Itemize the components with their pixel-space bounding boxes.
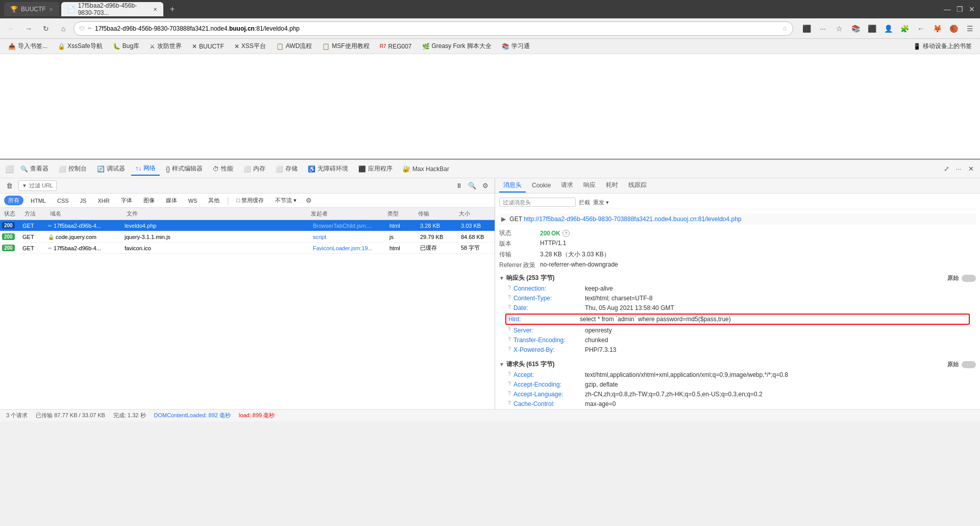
back-button[interactable]: ←: [4, 21, 18, 36]
clear-button[interactable]: 🗑: [4, 181, 14, 191]
table-row[interactable]: 200 GET ✏ 17f5baa2-d96b-4... favicon.ico…: [0, 243, 495, 254]
bookmark-xuexitong[interactable]: 📚 学习通: [498, 41, 534, 52]
bookmark-msf[interactable]: 📋 MSF使用教程: [318, 41, 373, 52]
filter-all[interactable]: 所有: [4, 196, 23, 205]
tab-close[interactable]: ✕: [49, 7, 53, 12]
table-row[interactable]: 200 GET ✏ 17f5baa2-d96b-4... leveldo4.ph…: [0, 220, 495, 231]
expand-button[interactable]: ⤢: [941, 164, 951, 174]
headers-filter-input[interactable]: [499, 198, 576, 207]
filter-font[interactable]: 字体: [117, 196, 136, 205]
help-icon[interactable]: ?: [505, 391, 513, 396]
filter-no-throttle[interactable]: 不节流 ▾: [271, 196, 301, 205]
more-tools[interactable]: ···: [953, 164, 964, 174]
tab-active[interactable]: 📄 17f5baa2-d96b-456b-9830-703... ✕: [61, 2, 163, 16]
help-icon[interactable]: ?: [505, 371, 513, 377]
dt-style[interactable]: {} 样式编辑器: [162, 162, 207, 175]
help-icon[interactable]: ?: [505, 400, 513, 406]
dt-console[interactable]: ⬜ 控制台: [55, 162, 91, 175]
header-name: Connection:: [513, 285, 585, 292]
tab-close-active[interactable]: ✕: [153, 7, 157, 12]
raw-toggle-switch[interactable]: [962, 275, 976, 282]
tab-stacktrace[interactable]: 线跟踪: [624, 179, 651, 193]
dt-inspector[interactable]: 🔍 查看器: [16, 162, 53, 175]
address-bar[interactable]: 🛡 ✏ 17f5baa2-d96b-456b-9830-703888fa3421…: [74, 21, 793, 36]
filter-other[interactable]: 其他: [204, 196, 224, 205]
help-icon[interactable]: ?: [505, 346, 513, 352]
new-tab-button[interactable]: +: [165, 2, 180, 16]
help-icon[interactable]: ?: [505, 285, 513, 291]
extensions-button[interactable]: ⬛: [800, 22, 813, 35]
bookmark-xss[interactable]: ✕ XSS平台: [230, 41, 270, 52]
inspect-button[interactable]: ⬜: [4, 164, 14, 174]
request-headers-title[interactable]: 请求头 (615 字节) 原始: [499, 358, 976, 371]
bookmark-xsssafe[interactable]: 🔒 XssSafe导航: [54, 41, 107, 52]
help-icon[interactable]: ?: [505, 327, 513, 332]
more-button[interactable]: ···: [817, 22, 829, 35]
tab-request[interactable]: 请求: [557, 179, 577, 193]
account-button[interactable]: 👤: [882, 22, 894, 35]
refresh-button[interactable]: ↻: [39, 21, 53, 36]
forward-button[interactable]: →: [21, 21, 36, 36]
url-filter[interactable]: ▼ 过滤 URL: [18, 180, 57, 191]
close-button[interactable]: ✕: [968, 5, 976, 13]
transferred-label: 已传输 87.77 KB / 33.07 KB: [36, 412, 105, 419]
extra-icon[interactable]: 🏀: [947, 22, 960, 35]
dt-perf[interactable]: ⏱ 性能: [209, 162, 237, 175]
intercept-button[interactable]: 拦截: [579, 199, 590, 206]
bookmark-awd[interactable]: 📋 AWD流程: [272, 41, 316, 52]
filter-ws[interactable]: WS: [184, 197, 202, 205]
bookmark-mobile[interactable]: 📱 移动设备上的书签: [909, 41, 976, 52]
settings-button[interactable]: ⚙: [480, 181, 491, 191]
sidebar-button[interactable]: 📚: [849, 22, 862, 35]
back-arrow[interactable]: ←: [915, 22, 927, 35]
filter-image[interactable]: 图像: [139, 196, 159, 205]
bookmark-greasy[interactable]: 🌿 Greasy Fork 脚本大全: [418, 41, 496, 52]
tab-response[interactable]: 响应: [579, 179, 600, 193]
home-button[interactable]: ⌂: [56, 21, 70, 36]
dt-hackbar[interactable]: 🔐 Max HackBar: [399, 163, 453, 175]
help-icon[interactable]: ?: [505, 295, 513, 300]
tab-cookie[interactable]: Cookie: [528, 180, 555, 192]
net-settings[interactable]: ⚙: [304, 196, 314, 206]
filter-css[interactable]: CSS: [53, 197, 73, 205]
resend-button[interactable]: 重发 ▾: [593, 199, 609, 206]
table-row[interactable]: 200 GET 🔒 code.jquery.com jquery-3.1.1.m…: [0, 231, 495, 243]
filter-xhr[interactable]: XHR: [93, 197, 113, 205]
filter-js[interactable]: JS: [76, 197, 91, 205]
tab-headers[interactable]: 消息头: [499, 179, 526, 193]
response-headers-title[interactable]: 响应头 (253 字节) 原始: [499, 272, 976, 284]
tab-timing[interactable]: 耗时: [602, 179, 622, 193]
help-icon[interactable]: ?: [505, 337, 513, 342]
filter-html[interactable]: HTML: [27, 197, 50, 205]
minimize-button[interactable]: —: [943, 5, 951, 13]
help-icon[interactable]: ?: [505, 304, 513, 310]
bookmark-import[interactable]: 📥 导入书签...: [4, 41, 52, 52]
filter-disable-cache[interactable]: □ 禁用缓存: [232, 196, 268, 205]
dt-application[interactable]: ⬛ 应用程序: [354, 162, 397, 175]
bookmark-bug[interactable]: 🐛 Bug库: [109, 41, 143, 52]
pause-button[interactable]: ⏸: [454, 181, 464, 191]
menu-button[interactable]: ☰: [964, 22, 976, 35]
maximize-button[interactable]: ❐: [955, 5, 964, 13]
help-icon[interactable]: ?: [505, 381, 513, 387]
tab-buuctf[interactable]: 🏆 BUUCTF ✕: [4, 2, 59, 16]
dt-storage[interactable]: ⬜ 存储: [272, 162, 302, 175]
bookmark-buuctf[interactable]: ✕ BUUCTF: [188, 42, 228, 51]
close-devtools[interactable]: ✕: [966, 164, 976, 174]
tabs-button[interactable]: ⬛: [866, 22, 878, 35]
dt-memory[interactable]: ⬜ 内存: [239, 162, 270, 175]
star-button[interactable]: ☆: [833, 22, 845, 35]
bookmark-icon[interactable]: ☆: [782, 25, 788, 32]
filter-media[interactable]: 媒体: [162, 196, 181, 205]
bookmark-adworld[interactable]: ⚔ 攻防世界: [145, 41, 186, 52]
toolbar-icons: ⬛ ··· ☆ 📚 ⬛ 👤 🧩 ← 🦊 🏀 ☰: [800, 22, 976, 35]
search-button[interactable]: 🔍: [467, 181, 477, 191]
dt-accessibility[interactable]: ♿ 无障碍环境: [304, 162, 352, 175]
status-help-icon[interactable]: ?: [562, 230, 570, 237]
bookmark-reg007[interactable]: R7 REG007: [376, 42, 416, 51]
addons-button[interactable]: 🧩: [898, 22, 911, 35]
avatar[interactable]: 🦊: [931, 22, 943, 35]
dt-network[interactable]: ↑↓ 网络: [131, 162, 160, 176]
raw-toggle-switch[interactable]: [962, 361, 976, 368]
dt-debugger[interactable]: 🔄 调试器: [93, 162, 129, 175]
